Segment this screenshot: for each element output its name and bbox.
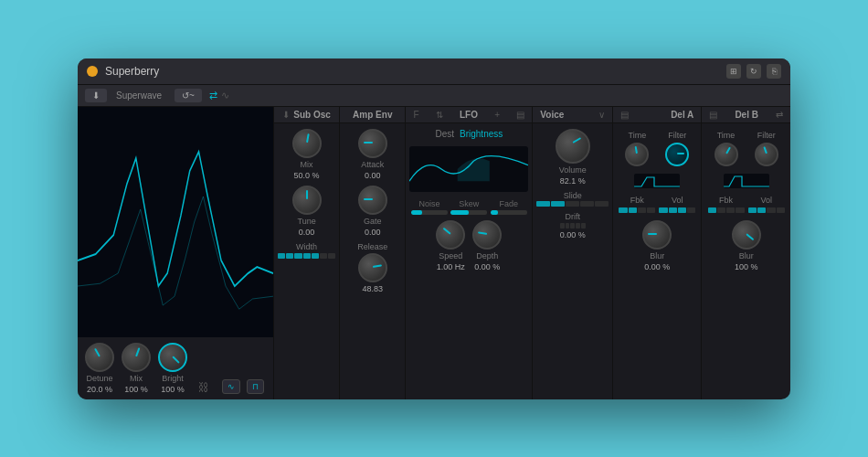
refresh-icon-btn[interactable]: ↻ — [746, 64, 761, 79]
lfo-content: Dest Brightness Noise Skew — [406, 123, 532, 399]
sub-osc-panel: ⬇ Sub Osc Mix 50.0 % Tune 0.00 Width — [274, 107, 340, 399]
sub-osc-content: Mix 50.0 % Tune 0.00 Width — [274, 123, 339, 399]
width-group: Width — [278, 242, 335, 259]
depth-group: Depth 0.00 % — [472, 220, 502, 271]
release-label: Release — [357, 242, 387, 251]
amp-env-content: Attack 0.00 Gate 0.00 Release 48.83 — [340, 123, 405, 399]
drift-s4 — [576, 223, 580, 228]
bvol-s4 — [777, 207, 785, 213]
del-a-blur-knob[interactable] — [642, 220, 672, 250]
del-a-icon: ▤ — [620, 110, 629, 120]
wave-sine-btn[interactable]: ∿ — [222, 379, 240, 394]
del-b-curve — [724, 174, 769, 188]
drift-group: Drift 0.00 % — [560, 212, 586, 239]
bright-knob[interactable] — [158, 343, 187, 372]
bvol-s1 — [748, 207, 757, 213]
del-b-fbk-grid: Fbk Vol — [705, 194, 787, 215]
vol-s4 — [687, 207, 695, 213]
copy-icon-btn[interactable]: ⎘ — [767, 64, 781, 79]
lfo-panel: F ⇅ LFO + ▤ Dest Brightness — [406, 107, 533, 399]
window-title: Superberry — [105, 65, 719, 78]
slide-group: Slide — [536, 191, 609, 207]
del-b-time-knob[interactable] — [715, 143, 738, 166]
detune-label: Detune — [86, 374, 112, 383]
plugin-window: Superberry ⊞ ↻ ⎘ ⬇ Superwave ↺~ ⇄ ∿ — [78, 58, 790, 399]
del-b-filter-label: Filter — [757, 131, 776, 140]
bfbk-s2 — [717, 207, 725, 213]
attack-value: 0.00 — [365, 171, 381, 180]
amp-env-title: Amp Env — [353, 110, 392, 120]
title-bar: Superberry ⊞ ↻ ⎘ — [78, 58, 790, 85]
voice-chevron[interactable]: ∨ — [598, 110, 605, 120]
fade-bar[interactable] — [491, 210, 527, 215]
wave-square-btn[interactable]: ⊓ — [247, 379, 264, 394]
del-b-route: ⇄ — [776, 110, 783, 120]
lfo-noise-labels: Noise Skew Fade — [409, 199, 528, 215]
vol-s2 — [669, 207, 677, 213]
toolbar: ⬇ Superwave ↺~ ⇄ ∿ — [78, 85, 790, 107]
del-b-filter-knob[interactable] — [755, 143, 778, 166]
del-b-fbk-bar[interactable] — [708, 207, 745, 213]
gate-group: Gate 0.00 — [358, 186, 387, 237]
del-a-blur-label: Blur — [650, 251, 664, 260]
del-a-fbk-label: Fbk — [630, 196, 644, 205]
gate-knob[interactable] — [358, 186, 387, 215]
slide-bar[interactable] — [536, 201, 609, 207]
del-a-time-knob[interactable] — [625, 143, 649, 166]
lfo-header: F ⇅ LFO + ▤ — [406, 107, 532, 123]
del-b-blur-knob[interactable] — [732, 220, 761, 250]
bfbk-s3 — [726, 207, 735, 213]
bright-label: Bright — [162, 374, 184, 383]
volume-group: Volume 82.1 % — [556, 129, 590, 186]
seg-3 — [294, 253, 302, 259]
download-button[interactable]: ⬇ — [85, 89, 107, 102]
osc-controls: Detune 20.0 % Mix 100 % Bright 100 % ⛓ ∿… — [78, 337, 273, 399]
release-group: Release 48.83 — [357, 242, 387, 293]
speed-knob[interactable] — [436, 220, 465, 250]
link-icon: ⛓ — [195, 381, 213, 394]
lfo-display — [409, 146, 528, 192]
loop-button[interactable]: ↺~ — [175, 89, 202, 102]
del-a-vol-col: Vol — [659, 196, 695, 213]
slide-label: Slide — [564, 191, 582, 200]
del-a-title: Del A — [671, 110, 693, 120]
seg-7 — [328, 253, 335, 259]
del-b-vol-bar[interactable] — [748, 207, 785, 213]
del-a-filter-knob[interactable] — [665, 143, 689, 166]
dest-value[interactable]: Brightness — [460, 129, 503, 139]
attack-knob[interactable] — [358, 129, 387, 158]
mix-knob[interactable] — [122, 343, 151, 372]
del-a-time-label: Time — [629, 131, 647, 140]
lfo-plus: + — [494, 110, 500, 120]
download-icon: ⬇ — [92, 90, 100, 101]
wave-icon: ∿ — [221, 90, 229, 101]
skew-bar[interactable] — [450, 210, 487, 215]
sub-osc-header: ⬇ Sub Osc — [274, 107, 339, 123]
del-a-vol-bar[interactable] — [659, 207, 695, 213]
sub-mix-knob[interactable] — [292, 129, 322, 158]
save-icon-btn[interactable]: ⊞ — [726, 64, 741, 79]
sub-tune-knob[interactable] — [292, 186, 322, 215]
del-b-blur-label: Blur — [739, 251, 754, 260]
depth-knob[interactable] — [472, 220, 502, 250]
noise-bar[interactable] — [411, 210, 448, 215]
drift-s3 — [570, 223, 575, 228]
mix-label: Mix — [130, 374, 143, 383]
release-knob[interactable] — [358, 253, 387, 282]
voice-title: Voice — [540, 110, 564, 120]
del-b-blur-group: Blur 100 % — [732, 220, 761, 271]
drift-bar[interactable] — [560, 223, 586, 228]
detune-knob[interactable] — [85, 343, 114, 372]
seg-6 — [320, 253, 327, 259]
slide-s3 — [566, 201, 579, 207]
del-a-fbk-col: Fbk — [619, 196, 655, 213]
bfbk-s4 — [736, 207, 744, 213]
del-a-fbk-bar[interactable] — [619, 207, 655, 213]
del-b-time-col: Time — [707, 131, 744, 166]
volume-knob[interactable] — [556, 129, 590, 164]
width-bar[interactable] — [278, 253, 335, 259]
voice-panel: Voice ∨ Volume 82.1 % Slide — [533, 107, 613, 399]
vol-s1 — [659, 207, 667, 213]
volume-label: Volume — [559, 165, 587, 175]
del-b-fbk-col: Fbk — [707, 196, 744, 213]
